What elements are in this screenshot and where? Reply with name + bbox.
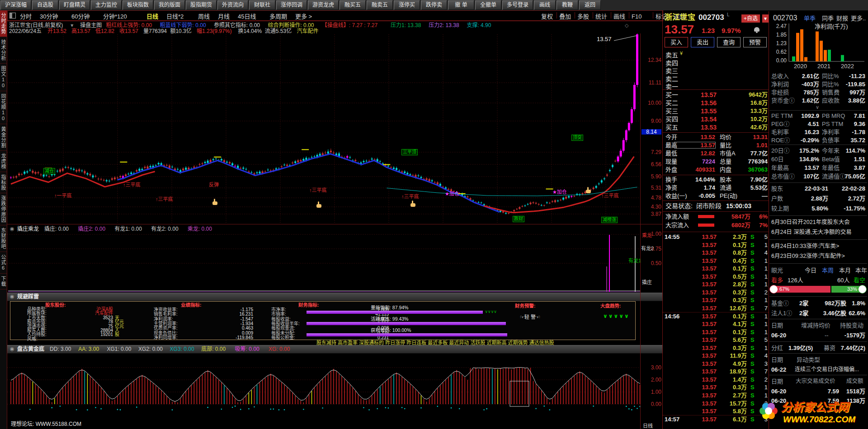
- tab-period-周线[interactable]: 周线: [198, 14, 210, 19]
- bottom-period-label[interactable]: 日线: [643, 424, 653, 429]
- topbar-button[interactable]: 跌停卖: [421, 0, 447, 10]
- sidebar-item-黄金分割[interactable]: 黄金分割: [0, 124, 7, 151]
- fin-bt-date: 06-20: [771, 388, 786, 394]
- tab-period-30分钟[interactable]: 30分钟: [40, 14, 58, 19]
- pangu-collapse-icon[interactable]: ◉: [10, 346, 14, 351]
- quote-button-查询[interactable]: 查询: [717, 37, 741, 47]
- lei-col2-value: 0.463: [212, 326, 253, 331]
- watch-dropdown-button[interactable]: ▾: [762, 14, 769, 23]
- fin-row-value: 134.8%: [778, 156, 819, 162]
- indicator1-label-撬庄: 撬庄: [642, 280, 652, 285]
- fin-abn-text: 连续三个交易日内涨幅偏...: [795, 367, 859, 372]
- fin-tab-单季[interactable]: 单季: [804, 15, 816, 21]
- topbar-button[interactable]: 多号登录: [502, 0, 533, 10]
- topbar-button[interactable]: 板块指数: [123, 0, 153, 10]
- topbar-button[interactable]: 沪深涨幅: [0, 0, 31, 10]
- tab-period-60分钟[interactable]: 60分钟: [71, 14, 90, 19]
- topbar-button[interactable]: 财联社: [249, 0, 275, 10]
- alert-bell-icon[interactable]: [754, 27, 760, 32]
- topbar-button[interactable]: 返回: [579, 0, 601, 10]
- main-chart-canvas: [7, 33, 641, 225]
- topbar-button[interactable]: 画线: [534, 0, 556, 10]
- stat-value: 1.74: [675, 185, 715, 191]
- divider-line: [611, 12, 611, 19]
- bid-volume: 16.8万: [727, 100, 768, 106]
- sidebar-item-技术分析[interactable]: 技术分析: [0, 37, 7, 64]
- tab-action-叠加[interactable]: 叠加: [559, 14, 571, 19]
- sale-count: 2: [727, 377, 768, 382]
- fin-sentiment-tab-本年[interactable]: 本年: [855, 267, 867, 273]
- topbar-button[interactable]: 游资龙虎: [308, 0, 339, 10]
- topbar-button[interactable]: 盯盘精灵: [59, 0, 90, 10]
- sale-count: 1: [727, 258, 768, 264]
- tab-period-多周期[interactable]: 多周期: [269, 14, 287, 19]
- chart-label-一平底: ↑一平底: [54, 193, 72, 198]
- topbar-button[interactable]: 全撤单: [475, 0, 501, 10]
- indicator1-header-seg: 撬庄: 0.00: [44, 226, 69, 232]
- sidebar-item-涨跌停原因[interactable]: 涨跌停原因: [0, 193, 7, 225]
- lei-bar-tail: ∨∨∨∨: [485, 310, 496, 314]
- tab-period-分时[interactable]: 分时: [20, 14, 32, 19]
- fin-sentiment-tab-今日[interactable]: 今日: [805, 267, 816, 273]
- quote-button-预警[interactable]: 预警: [743, 37, 767, 47]
- sidebar-item-下载[interactable]: 下载: [0, 274, 7, 289]
- divider-line: [663, 132, 769, 133]
- sale-count: 1: [727, 384, 768, 390]
- fin-collapse-mark: ∨: [816, 105, 819, 110]
- add-watch-button[interactable]: +自选: [741, 14, 760, 23]
- topbar-button[interactable]: 自选股: [32, 0, 58, 10]
- fin-sentiment-tab-本月[interactable]: 本月: [839, 267, 851, 273]
- topbar-button[interactable]: 我的版面: [154, 0, 185, 10]
- topbar-button[interactable]: 股指期货: [186, 0, 217, 10]
- tab-period-45日线[interactable]: 45日线: [238, 14, 256, 19]
- topbar-button[interactable]: 主力监控: [91, 0, 122, 10]
- sidebar-item-同花顺10[interactable]: 同花顺10: [0, 91, 7, 124]
- quote-button-买入[interactable]: 买入: [665, 37, 688, 47]
- fin-news-item: 6月30日召开2021年度股东大会: [771, 219, 850, 225]
- fin-tab-同季[interactable]: 同季: [822, 15, 834, 21]
- panel-layout-icon[interactable]: [9, 13, 16, 19]
- topbar-button[interactable]: 融买五: [340, 0, 366, 10]
- lei-collapse-icon[interactable]: ◉: [10, 294, 14, 299]
- divider-line: [769, 182, 867, 183]
- tab-period-月线[interactable]: 月线: [218, 14, 230, 19]
- sidebar-item-东财股吧[interactable]: 东财股吧: [0, 225, 7, 252]
- logo-text-line1[interactable]: 分析家公式网: [781, 398, 849, 415]
- sidebar-item-公式6[interactable]: 公式6: [0, 252, 7, 274]
- sale-count: 1: [727, 281, 768, 287]
- price-axis-tick: 6.56: [642, 162, 661, 167]
- topbar-button[interactable]: 撤 单: [448, 0, 474, 10]
- tab-period-日线[interactable]: 日线: [146, 14, 158, 19]
- sidebar-item-龙虎榜[interactable]: 龙虎榜: [0, 151, 7, 172]
- tab-action-F10[interactable]: F10: [632, 14, 642, 19]
- topbar-button[interactable]: 教鞭: [557, 0, 578, 10]
- fin-sentiment-tab-本周[interactable]: 本周: [822, 267, 834, 273]
- tab-period-分钟*120[interactable]: 分钟*120: [103, 14, 127, 19]
- stat-value: 13.57: [675, 142, 715, 148]
- fin-holder-v2: -11.75%: [825, 205, 865, 211]
- sidebar-item-指标股[interactable]: 指标股: [0, 172, 7, 193]
- tab-action-统计[interactable]: 统计: [595, 14, 607, 19]
- topbar-button[interactable]: 外资流向: [217, 0, 248, 10]
- sidebar-item-图文10[interactable]: 图文10: [0, 64, 7, 91]
- tab-action-画线[interactable]: 画线: [613, 14, 625, 19]
- fin-row-value2: 3.88亿: [825, 98, 865, 103]
- fin-tab-更多..[interactable]: 更多..: [851, 15, 866, 21]
- quote-button-卖出[interactable]: 卖出: [691, 37, 714, 47]
- topbar-button[interactable]: 融卖五: [367, 0, 393, 10]
- topbar-button[interactable]: 涨停买: [394, 0, 420, 10]
- tab-period-日线*2[interactable]: 日线*2: [166, 14, 184, 19]
- sale-count: 1: [727, 242, 768, 248]
- tab-action-复权[interactable]: 复权: [541, 14, 553, 19]
- indicator1-collapse-icon[interactable]: ◉: [10, 226, 14, 231]
- tab-period-更多 >[interactable]: 更多 >: [295, 14, 312, 19]
- like-bar[interactable]: 67%: [771, 286, 830, 293]
- sidebar-item-分时走势[interactable]: 分时走势: [0, 10, 7, 37]
- tab-action-多股[interactable]: 多股: [577, 14, 589, 19]
- logo-text-line2[interactable]: WWW.70822.COM: [783, 415, 855, 424]
- topbar-button[interactable]: 涨停回调: [276, 0, 307, 10]
- stat-value: 12.82: [675, 150, 715, 156]
- sale-count: 1: [727, 329, 768, 335]
- fin-row-value2: -119.85: [825, 81, 865, 87]
- fin-tab-财报[interactable]: 财报: [836, 15, 848, 21]
